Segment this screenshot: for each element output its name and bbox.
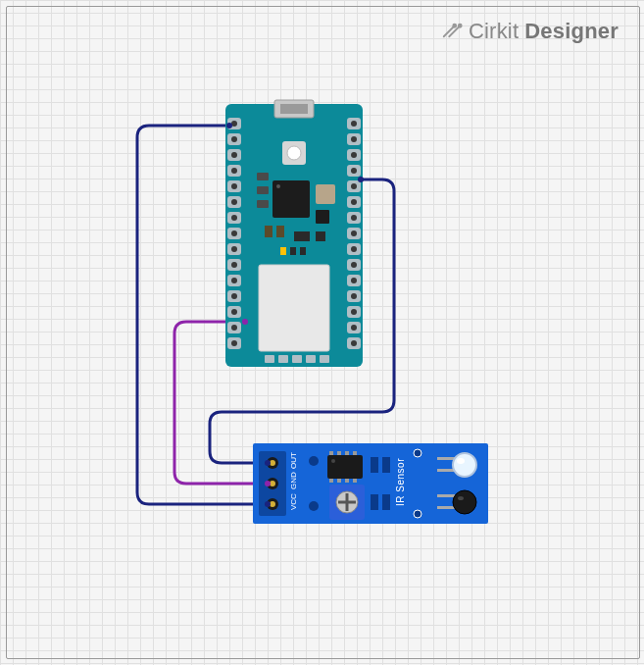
svg-point-59 xyxy=(351,230,357,236)
svg-point-53 xyxy=(351,136,357,142)
svg-point-127 xyxy=(265,481,271,486)
svg-rect-95 xyxy=(327,455,363,479)
svg-rect-6 xyxy=(280,104,308,114)
circuit-diagram[interactable]: OUT GND VCC IR S xyxy=(0,0,644,665)
svg-rect-71 xyxy=(257,173,269,180)
svg-rect-117 xyxy=(437,494,455,497)
svg-rect-80 xyxy=(300,247,306,255)
ir-comparator-chip xyxy=(327,451,363,483)
svg-rect-104 xyxy=(353,479,357,483)
svg-rect-78 xyxy=(280,247,286,255)
ir-sensor-title: IR Sensor xyxy=(395,458,406,506)
svg-rect-118 xyxy=(437,506,455,509)
svg-rect-114 xyxy=(437,469,455,472)
svg-rect-100 xyxy=(353,451,357,455)
svg-point-115 xyxy=(453,453,476,477)
svg-rect-74 xyxy=(265,226,272,237)
svg-point-120 xyxy=(458,496,464,500)
svg-point-55 xyxy=(351,168,357,174)
svg-rect-98 xyxy=(337,451,341,455)
svg-point-25 xyxy=(231,168,237,174)
svg-point-30 xyxy=(231,246,237,252)
svg-point-65 xyxy=(351,325,357,331)
svg-rect-113 xyxy=(437,457,455,460)
svg-rect-85 xyxy=(320,355,329,363)
svg-point-28 xyxy=(231,215,237,221)
svg-point-35 xyxy=(231,325,237,331)
svg-point-66 xyxy=(351,340,357,346)
svg-point-31 xyxy=(231,262,237,268)
svg-point-62 xyxy=(351,278,357,283)
svg-point-121 xyxy=(414,449,421,457)
svg-point-60 xyxy=(351,246,357,252)
svg-point-58 xyxy=(351,215,357,221)
ir-pin-label-vcc: VCC xyxy=(289,493,298,510)
svg-point-54 xyxy=(351,152,357,158)
svg-point-32 xyxy=(231,278,237,283)
ir-sensor-module[interactable]: OUT GND VCC IR S xyxy=(253,443,488,524)
svg-rect-76 xyxy=(294,231,310,241)
svg-rect-86 xyxy=(253,443,488,524)
svg-rect-70 xyxy=(316,210,329,224)
svg-point-26 xyxy=(231,183,237,189)
board-right-headers xyxy=(347,118,361,349)
svg-point-68 xyxy=(287,146,301,160)
svg-point-34 xyxy=(231,309,237,315)
svg-point-52 xyxy=(351,121,357,127)
svg-rect-97 xyxy=(329,451,333,455)
svg-rect-109 xyxy=(371,457,378,473)
board-sensor-chip xyxy=(316,184,335,204)
svg-point-27 xyxy=(231,199,237,205)
svg-point-61 xyxy=(351,262,357,268)
svg-point-119 xyxy=(453,490,476,514)
svg-point-122 xyxy=(414,510,421,518)
svg-point-123 xyxy=(265,501,271,507)
svg-point-96 xyxy=(331,459,335,463)
ir-pin-label-gnd: GND xyxy=(289,472,298,489)
svg-point-125 xyxy=(265,460,271,466)
svg-point-126 xyxy=(358,177,364,182)
svg-rect-111 xyxy=(371,494,378,510)
svg-point-128 xyxy=(242,319,248,325)
svg-rect-79 xyxy=(290,247,296,255)
svg-rect-84 xyxy=(306,355,316,363)
svg-point-56 xyxy=(351,183,357,189)
ir-potentiometer[interactable] xyxy=(329,485,365,520)
svg-rect-99 xyxy=(345,451,349,455)
svg-point-94 xyxy=(309,501,319,511)
svg-point-63 xyxy=(351,293,357,299)
svg-rect-73 xyxy=(257,200,269,208)
svg-point-24 xyxy=(231,152,237,158)
board-reset-button xyxy=(282,141,306,165)
svg-rect-110 xyxy=(382,457,390,473)
svg-rect-72 xyxy=(257,186,269,194)
svg-point-124 xyxy=(226,123,232,128)
ir-pin-label-out: OUT xyxy=(289,452,298,469)
board-ble-shield xyxy=(259,265,329,351)
svg-rect-103 xyxy=(345,479,349,483)
svg-point-29 xyxy=(231,230,237,236)
svg-point-69 xyxy=(276,184,280,188)
board-left-headers xyxy=(227,118,241,349)
svg-rect-102 xyxy=(337,479,341,483)
svg-point-36 xyxy=(231,340,237,346)
ir-power-led xyxy=(309,456,319,466)
svg-point-57 xyxy=(351,199,357,205)
svg-rect-83 xyxy=(292,355,302,363)
svg-point-33 xyxy=(231,293,237,299)
svg-rect-75 xyxy=(276,226,284,237)
svg-rect-82 xyxy=(278,355,288,363)
board-bottom-pads xyxy=(265,355,329,363)
svg-rect-112 xyxy=(382,494,390,510)
svg-point-23 xyxy=(231,136,237,142)
svg-rect-77 xyxy=(316,231,325,241)
svg-rect-101 xyxy=(329,479,333,483)
svg-rect-81 xyxy=(265,355,274,363)
svg-point-64 xyxy=(351,309,357,315)
arduino-board[interactable] xyxy=(225,100,363,367)
svg-point-116 xyxy=(457,458,465,464)
